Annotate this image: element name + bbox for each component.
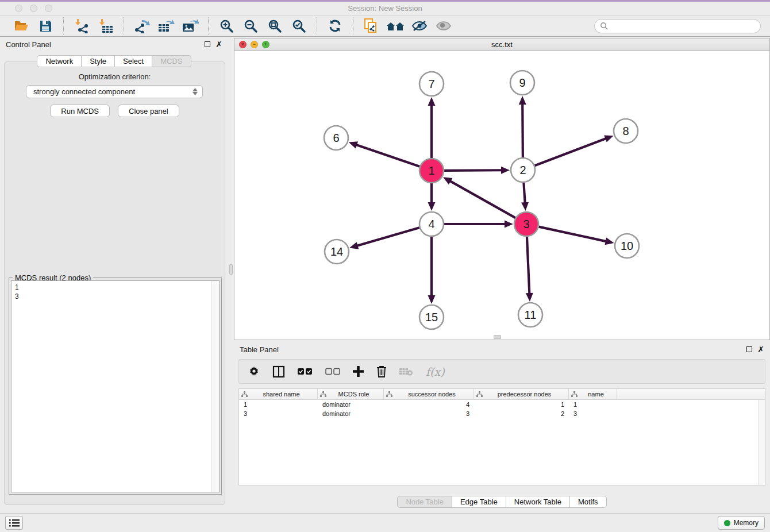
tab-mcds[interactable]: MCDS <box>152 55 191 67</box>
cell-predecessor-nodes[interactable]: 2 <box>474 409 569 418</box>
column-header-MCDS-role[interactable]: MCDS role <box>318 389 384 399</box>
select-all-button[interactable] <box>298 368 313 375</box>
export-table-button[interactable] <box>156 17 176 35</box>
cell-MCDS-role[interactable]: dominator <box>318 400 384 409</box>
table-row[interactable]: 1dominator411 <box>239 400 765 409</box>
network-window-titlebar[interactable]: × − + scc.txt <box>234 38 769 51</box>
tab-motifs[interactable]: Motifs <box>570 496 607 508</box>
edge-3-11[interactable] <box>527 237 529 294</box>
table-settings-button[interactable] <box>248 366 260 377</box>
cell-predecessor-nodes[interactable]: 1 <box>474 400 569 409</box>
column-header-shared-name[interactable]: shared name <box>239 389 318 399</box>
close-table-panel-icon[interactable]: ✗ <box>757 346 764 352</box>
cell-shared-name[interactable]: 1 <box>239 400 318 409</box>
save-session-button[interactable] <box>36 17 55 35</box>
zoom-window-button[interactable] <box>45 5 52 12</box>
result-scrollbar[interactable] <box>211 281 219 492</box>
table-row[interactable]: 3dominator323 <box>239 409 765 418</box>
column-header-name[interactable]: name <box>569 389 617 399</box>
float-table-panel-icon[interactable] <box>746 346 752 352</box>
copy-network-icon <box>364 18 379 34</box>
cell-successor-nodes[interactable]: 3 <box>384 409 474 418</box>
edge-arrowhead <box>428 295 436 304</box>
import-network-button[interactable] <box>72 17 91 35</box>
graph-node-label-6: 6 <box>333 132 339 144</box>
export-image-button[interactable] <box>180 17 200 35</box>
mcds-result-list[interactable]: 13 <box>11 280 220 492</box>
splitter-grip[interactable] <box>229 264 233 275</box>
close-panel-button[interactable]: Close panel <box>118 105 179 117</box>
edge-arrowhead <box>526 293 533 302</box>
edge-2-3[interactable] <box>523 183 525 203</box>
panel-splitter[interactable] <box>228 37 234 513</box>
float-panel-icon[interactable] <box>205 41 210 47</box>
floppy-disk-icon <box>39 20 52 32</box>
minimize-window-button[interactable] <box>30 5 37 12</box>
close-panel-icon[interactable]: ✗ <box>215 41 222 47</box>
column-header-successor-nodes[interactable]: successor nodes <box>384 389 474 399</box>
deselect-all-button[interactable] <box>325 368 340 375</box>
node-table[interactable]: shared nameMCDS rolesuccessor nodesprede… <box>238 388 765 485</box>
edge-2-9[interactable] <box>522 103 523 157</box>
column-header-predecessor-nodes[interactable]: predecessor nodes <box>474 389 569 399</box>
plus-icon <box>353 366 364 377</box>
edge-3-10[interactable] <box>538 227 606 242</box>
network-close-button[interactable]: × <box>239 41 247 48</box>
table-delete-icon <box>399 367 413 376</box>
first-neighbors-button[interactable] <box>386 17 405 35</box>
zoom-selected-icon <box>291 18 306 33</box>
cell-name[interactable]: 3 <box>569 409 617 418</box>
search-input[interactable] <box>609 20 760 32</box>
export-network-button[interactable] <box>132 17 152 35</box>
hide-selected-button[interactable] <box>410 17 429 35</box>
network-minimize-button[interactable]: − <box>251 41 258 48</box>
optimization-select[interactable]: strongly connected component <box>26 85 203 98</box>
edge-1-2[interactable] <box>444 170 502 171</box>
toggle-panel-button[interactable] <box>272 365 285 378</box>
zoom-out-icon <box>243 18 258 33</box>
tab-edge-table[interactable]: Edge Table <box>452 496 506 508</box>
table-scrollbar[interactable] <box>758 400 765 485</box>
tab-network[interactable]: Network <box>37 55 82 67</box>
apply-layout-button[interactable] <box>325 17 345 35</box>
delete-column-button[interactable] <box>376 365 387 377</box>
show-all-button[interactable] <box>434 17 453 35</box>
export-table-icon <box>157 18 175 33</box>
edge-arrowhead <box>604 135 613 142</box>
zoom-out-button[interactable] <box>241 17 260 35</box>
edge-4-14[interactable] <box>357 228 419 246</box>
network-zoom-button[interactable]: + <box>262 41 270 48</box>
result-line: 1 <box>15 283 215 292</box>
tab-network-table[interactable]: Network Table <box>506 496 570 508</box>
add-column-button[interactable] <box>353 366 364 377</box>
cell-shared-name[interactable]: 3 <box>239 409 318 418</box>
network-resize-grip[interactable] <box>494 335 501 339</box>
zoom-in-button[interactable] <box>217 17 236 35</box>
tab-node-table[interactable]: Node Table <box>397 496 452 508</box>
cell-MCDS-role[interactable]: dominator <box>318 409 384 418</box>
edge-3-1[interactable] <box>449 181 515 218</box>
memory-status-icon <box>724 520 730 526</box>
network-canvas[interactable]: 7968124314101511 <box>234 51 769 340</box>
window-controls[interactable] <box>15 5 52 12</box>
import-table-button[interactable] <box>96 17 116 35</box>
cell-name[interactable]: 1 <box>569 400 617 409</box>
tab-style[interactable]: Style <box>82 55 115 67</box>
zoom-selected-button[interactable] <box>289 17 309 35</box>
edge-1-6[interactable] <box>356 145 419 167</box>
duplicate-network-button[interactable] <box>361 17 381 35</box>
close-window-button[interactable] <box>15 5 22 12</box>
memory-button[interactable]: Memory <box>718 516 765 530</box>
eye-slash-icon <box>411 20 428 32</box>
graph-node-label-15: 15 <box>425 311 438 323</box>
open-session-button[interactable] <box>11 17 31 35</box>
cell-successor-nodes[interactable]: 4 <box>384 400 474 409</box>
task-history-button[interactable] <box>5 516 23 530</box>
edge-2-8[interactable] <box>535 138 607 165</box>
run-mcds-button[interactable]: Run MCDS <box>50 105 110 117</box>
zoom-fit-button[interactable] <box>265 17 284 35</box>
network-graph[interactable]: 7968124314101511 <box>234 51 769 340</box>
tab-select[interactable]: Select <box>115 55 152 67</box>
edge-arrowhead <box>505 221 513 228</box>
search-field[interactable] <box>594 19 761 33</box>
